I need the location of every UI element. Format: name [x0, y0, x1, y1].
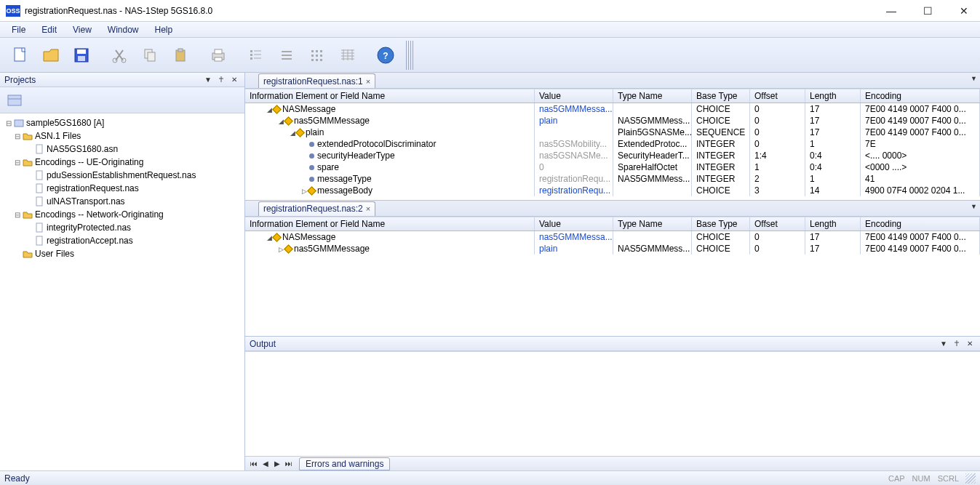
- panel-pin-icon[interactable]: [215, 74, 227, 86]
- errors-warnings-tab[interactable]: Errors and warnings: [299, 457, 390, 470]
- view-grid2-button[interactable]: [333, 41, 362, 70]
- grid-row[interactable]: ◢NASMessagenas5GMMMessa...CHOICE0177E00 …: [245, 231, 980, 243]
- menu-help[interactable]: Help: [148, 23, 180, 36]
- col-typename[interactable]: Type Name: [613, 89, 692, 103]
- expander-icon[interactable]: ⊟: [13, 159, 22, 167]
- grid-row[interactable]: ◢plainPlain5GSNASMe...SEQUENCE0177E00 41…: [245, 127, 980, 138]
- tab-close-icon[interactable]: ×: [366, 204, 370, 213]
- col-basetype[interactable]: Base Type: [692, 89, 750, 103]
- col-name[interactable]: Information Element or Field Name: [245, 217, 535, 231]
- save-button[interactable]: [67, 41, 96, 70]
- output-body[interactable]: [245, 351, 980, 456]
- tab-registrationrequest-2[interactable]: registrationRequest.nas:2 ×: [258, 201, 375, 216]
- print-button[interactable]: [204, 41, 233, 70]
- nav-prev-icon[interactable]: ◀: [260, 460, 271, 468]
- row-offset: 0: [750, 243, 805, 254]
- panel-close-icon[interactable]: ✕: [964, 338, 976, 350]
- col-value[interactable]: Value: [535, 217, 613, 231]
- panel-pin-icon[interactable]: [951, 338, 963, 350]
- tree-item[interactable]: ulNASTransport.nas: [1, 195, 244, 208]
- panel-dropdown-icon[interactable]: ▼: [938, 338, 949, 350]
- close-button[interactable]: ✕: [954, 4, 974, 18]
- tree-item[interactable]: ⊟Encodings -- Network-Originating: [1, 208, 244, 221]
- nav-last-icon[interactable]: ⏭: [283, 460, 295, 468]
- row-encoding: <0000 ....>: [861, 161, 980, 173]
- col-length[interactable]: Length: [805, 89, 861, 103]
- row-type: ExtendedProtoc...: [613, 138, 692, 150]
- row-type: SecurityHeaderT...: [613, 150, 692, 161]
- row-name: spare: [317, 162, 339, 172]
- view-grid1-button[interactable]: [303, 41, 332, 70]
- col-offset[interactable]: Offset: [750, 89, 805, 103]
- expander-icon[interactable]: ⊟: [4, 119, 13, 127]
- col-encoding[interactable]: Encoding: [861, 89, 980, 103]
- panel-dropdown-icon[interactable]: ▼: [202, 74, 214, 86]
- editor-pane-1: registrationRequest.nas:1 × ▼ Informatio…: [245, 73, 980, 201]
- paste-button[interactable]: [166, 41, 195, 70]
- tree-label: integrityProtected.nas: [45, 223, 131, 233]
- grid-row[interactable]: extendedProtocolDiscriminatornas5GSMobil…: [245, 138, 980, 150]
- row-value: plain: [539, 244, 557, 254]
- col-name[interactable]: Information Element or Field Name: [245, 89, 535, 103]
- struct-icon: [285, 118, 292, 124]
- maximize-button[interactable]: ☐: [917, 4, 938, 18]
- grid-body-1[interactable]: ◢NASMessagenas5GMMMessa...CHOICE0177E00 …: [245, 103, 980, 196]
- tree-item[interactable]: ⊟Encodings -- UE-Originating: [1, 156, 244, 169]
- projects-tree[interactable]: ⊟sample5GS1680 [A]⊟ASN.1 FilesNAS5GS1680…: [0, 113, 244, 470]
- tree-item[interactable]: integrityProtected.nas: [1, 221, 244, 234]
- tree-item[interactable]: ⊟ASN.1 Files: [1, 129, 244, 143]
- expander-icon[interactable]: ⊟: [13, 132, 22, 140]
- col-basetype[interactable]: Base Type: [692, 217, 750, 231]
- new-file-button[interactable]: [6, 41, 35, 70]
- grid-row[interactable]: securityHeaderTypenas5GSNASMe...Security…: [245, 150, 980, 161]
- row-length: 17: [805, 231, 861, 243]
- tab-label: registrationRequest.nas:2: [263, 204, 363, 214]
- tree-item[interactable]: registrationAccept.nas: [1, 234, 244, 247]
- tree-item[interactable]: User Files: [1, 247, 244, 260]
- col-length[interactable]: Length: [805, 217, 861, 231]
- copy-button[interactable]: [135, 41, 164, 70]
- grid-row[interactable]: ◢nas5GMMMessageplainNAS5GMMMess...CHOICE…: [245, 115, 980, 127]
- open-button[interactable]: [36, 41, 65, 70]
- menu-view[interactable]: View: [65, 23, 99, 36]
- panel-close-icon[interactable]: ✕: [228, 74, 240, 86]
- grid-row[interactable]: ◢NASMessagenas5GMMMessa...CHOICE0177E00 …: [245, 103, 980, 115]
- grid-body-2[interactable]: ◢NASMessagenas5GMMMessa...CHOICE0177E00 …: [245, 231, 980, 254]
- grid-row[interactable]: ▷messageBodyregistrationRequ...CHOICE314…: [245, 185, 980, 196]
- tree-item[interactable]: NAS5GS1680.asn: [1, 143, 244, 156]
- col-encoding[interactable]: Encoding: [861, 217, 980, 231]
- menu-file[interactable]: File: [4, 23, 33, 36]
- tree-item[interactable]: pduSessionEstablishmentRequest.nas: [1, 169, 244, 182]
- output-title: Output: [250, 339, 936, 349]
- tab-registrationrequest-1[interactable]: registrationRequest.nas:1 ×: [258, 73, 375, 88]
- projects-view-button[interactable]: [4, 90, 25, 111]
- tab-close-icon[interactable]: ×: [366, 77, 370, 86]
- grid-row[interactable]: spare0SpareHalfOctetINTEGER10:4<0000 ...…: [245, 161, 980, 173]
- file-icon: [33, 236, 45, 246]
- cut-button[interactable]: [105, 41, 134, 70]
- tree-item[interactable]: ⊟sample5GS1680 [A]: [1, 116, 244, 129]
- tree-item[interactable]: registrationRequest.nas: [1, 182, 244, 195]
- tree-label: registrationRequest.nas: [45, 183, 139, 193]
- toolbar-grip[interactable]: [406, 41, 413, 70]
- view-list2-button[interactable]: [272, 41, 301, 70]
- grid-row[interactable]: ▷nas5GMMMessageplainNAS5GMMMess...CHOICE…: [245, 243, 980, 254]
- svg-rect-48: [36, 236, 42, 245]
- svg-rect-44: [36, 171, 42, 180]
- resize-grip-icon[interactable]: [965, 473, 976, 484]
- help-button[interactable]: ?: [371, 41, 400, 70]
- col-value[interactable]: Value: [535, 89, 613, 103]
- col-offset[interactable]: Offset: [750, 217, 805, 231]
- minimize-button[interactable]: —: [881, 4, 901, 18]
- nav-first-icon[interactable]: ⏮: [248, 460, 260, 468]
- menu-window[interactable]: Window: [100, 23, 146, 36]
- col-typename[interactable]: Type Name: [613, 217, 692, 231]
- grid-row[interactable]: messageTyperegistrationRequ...NAS5GMMMes…: [245, 173, 980, 185]
- expander-icon[interactable]: ⊟: [13, 211, 22, 219]
- nav-next-icon[interactable]: ▶: [271, 460, 283, 468]
- tab-overflow-icon[interactable]: ▼: [971, 75, 977, 82]
- tab-overflow-icon[interactable]: ▼: [971, 203, 977, 210]
- view-list1-button[interactable]: [242, 41, 271, 70]
- svg-rect-29: [316, 59, 318, 61]
- menu-edit[interactable]: Edit: [34, 23, 64, 36]
